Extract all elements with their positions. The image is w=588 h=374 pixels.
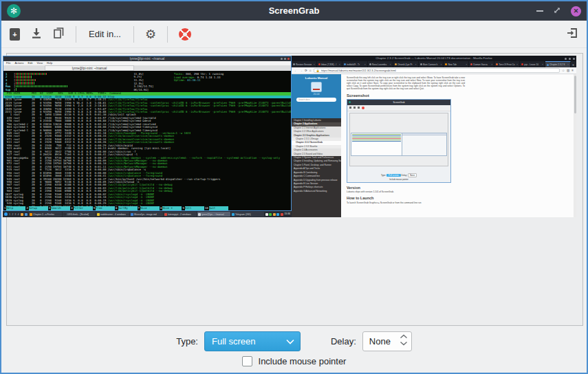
tab-favicon (420, 63, 422, 65)
tab-close-icon[interactable]: × (390, 63, 391, 66)
htop-meter-row: Swp[0K/14.9G] (6, 88, 164, 91)
browser-tab[interactable]: jojo - Leave 10× (520, 61, 545, 67)
tab-label: Inbox (7,358) - l (321, 63, 338, 66)
taskbar-task[interactable]: latenogrpt - 2 windows (164, 212, 197, 217)
browser-tab[interactable]: Tons Of Free Co× (494, 61, 520, 67)
copy-button[interactable] (53, 27, 65, 42)
new-tab-button[interactable]: + (571, 61, 576, 67)
help-button[interactable] (179, 28, 191, 41)
browser-tab[interactable]: Inbox (7,358) - l× (317, 61, 342, 67)
tab-close-icon[interactable]: × (415, 63, 416, 66)
tray-icon[interactable] (273, 213, 276, 216)
type-dropdown[interactable]: Full screen (204, 331, 301, 351)
taskbar-task[interactable]: Telegram (265) (231, 212, 264, 217)
tray-icon[interactable] (276, 213, 279, 216)
spin-down-icon[interactable] (400, 341, 408, 346)
browser-tab[interactable]: Chapter 2.3.2 S× (545, 61, 571, 67)
save-button[interactable] (31, 27, 42, 42)
htop-fn-key: 4Filter (70, 206, 92, 210)
tab-favicon (496, 63, 498, 65)
browser-tab[interactable]: New Tab× (444, 61, 469, 67)
doc-nested-screenshot: ScreenGrab (347, 99, 451, 183)
url-text: https://manual.lubuntu.me/master/2/2.3/2… (321, 69, 396, 72)
tab-label: Restore Session (296, 63, 313, 66)
workspace-number[interactable]: 4 (17, 213, 19, 216)
workspace-number[interactable]: 2 (12, 213, 13, 216)
taskbar-task[interactable]: lynne@lyn...~/manual (197, 212, 230, 217)
task-icon (232, 213, 235, 216)
taskbar-task[interactable]: nodebrainer - 4 windows (96, 212, 129, 217)
htop-summary: Tasks: 304, 298 thr; 1 runningLoad avera… (174, 72, 224, 82)
workspace-number[interactable]: 1 (9, 213, 10, 216)
tab-close-icon[interactable]: × (567, 63, 569, 66)
include-pointer-checkbox[interactable] (242, 356, 252, 366)
htop-fn-key: 6SortBy (115, 206, 137, 210)
htop-fn-key: 5Tree (93, 206, 115, 210)
tab-close-icon[interactable]: × (364, 63, 366, 66)
task-label: #093-think... [Scaled] (67, 213, 89, 216)
screenshot-thumbnail[interactable]: lynne@lpi-mini: ~/manual FileActionsEdit… (3, 56, 576, 217)
doc-screenshot-heading: Screenshot (347, 94, 572, 98)
task-label: Chapter 2...a Firefox (33, 213, 54, 216)
workspace-switcher: 1234 (9, 213, 28, 216)
workspace-number[interactable]: 3 (14, 213, 16, 216)
tab-close-icon[interactable]: × (314, 63, 315, 66)
tab-close-icon[interactable]: × (491, 63, 492, 66)
task-label: Telegram (265) (235, 213, 251, 216)
tab-favicon (344, 63, 346, 65)
tab-close-icon[interactable]: × (542, 63, 543, 66)
titlebar[interactable]: ✻ ScreenGrab ✕ (1, 1, 587, 21)
browser-tab[interactable]: Rosa Luxembu× (368, 61, 393, 67)
browser-tab[interactable]: lnxblok49 - Tr× (342, 61, 368, 67)
browser-tab[interactable]: Restore Session× (292, 61, 317, 67)
settings-button[interactable]: ⚙ (145, 28, 156, 41)
htop-meter-bar (16, 82, 133, 85)
tab-close-icon[interactable]: × (516, 63, 518, 66)
tray-icon[interactable] (269, 213, 272, 216)
browser-tab[interactable]: Blain Cannon h× (419, 61, 444, 67)
taskbar-task[interactable]: Munro/lyn...image.md (130, 212, 163, 217)
nested-help-icon (362, 107, 364, 109)
close-button[interactable]: ✕ (571, 6, 581, 16)
thumb-terminal-window-buttons (281, 58, 290, 60)
bookmark-star-icon: ☆ (562, 69, 565, 72)
taskbar-task[interactable]: Chapter 2...a Firefox (29, 212, 62, 217)
toolbar-separator (167, 26, 168, 43)
htop-fn-key: 2Setup (25, 206, 47, 210)
tab-close-icon[interactable]: × (440, 63, 442, 66)
sidebar-item[interactable]: Appendix G Advanced Networking (292, 190, 341, 193)
nested-pointer-checkbox: Include mouse pointer (347, 178, 450, 181)
tab-favicon (293, 63, 295, 65)
tab-label: Damon Garcia (473, 63, 490, 66)
tab-favicon (395, 63, 397, 65)
system-tray (265, 213, 283, 216)
minimize-button[interactable] (536, 10, 543, 12)
save-icon (31, 27, 42, 39)
quit-icon (566, 27, 578, 39)
tab-close-icon[interactable]: × (466, 63, 467, 66)
nested-toolbar (347, 105, 450, 111)
task-label: nodebrainer - 4 windows (100, 213, 126, 216)
thumb-firefox-titlebar: Chapter 2.3.2 ScreenGrab — Lubuntu Manua… (292, 56, 576, 61)
include-pointer-label: Include mouse pointer (259, 356, 347, 366)
tray-icon[interactable] (265, 213, 268, 216)
maximize-button[interactable] (553, 5, 561, 17)
spin-up-icon[interactable] (400, 334, 408, 339)
htop-meter-bar (16, 88, 133, 91)
new-screenshot-button[interactable]: + (10, 28, 20, 41)
tray-icon[interactable] (281, 213, 283, 216)
launcher-icon[interactable] (25, 213, 28, 216)
url-bar: 🔒 https://manual.lubuntu.me/master/2/2.3… (314, 68, 560, 73)
quit-button[interactable] (566, 27, 578, 42)
tab-label: Chronik (Lyn Pr (398, 63, 415, 66)
taskbar-task[interactable]: #093-think... [Scaled] (63, 212, 96, 217)
launcher-icon[interactable] (21, 213, 23, 216)
manual-book-icon (311, 82, 322, 92)
browser-tab[interactable]: Damon Garcia× (469, 61, 494, 67)
browser-tab[interactable]: Chronik (Lyn Pr× (393, 61, 419, 67)
edit-in-button[interactable]: Edit in... (87, 26, 122, 42)
ff-scrollbar-thumb[interactable] (574, 76, 576, 113)
htop-fn-key: 7Nice - (138, 206, 160, 210)
tab-close-icon[interactable]: × (339, 63, 340, 66)
delay-spinbox[interactable]: None (362, 331, 412, 351)
